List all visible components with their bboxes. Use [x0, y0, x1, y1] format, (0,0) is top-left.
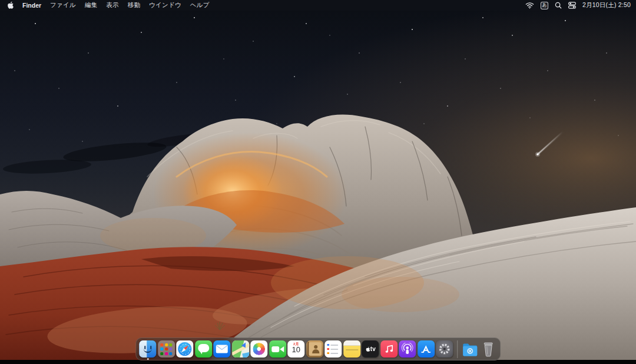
messages-icon — [195, 340, 212, 358]
contacts-icon — [306, 340, 323, 358]
dock-separator — [457, 340, 458, 358]
downloads-folder-icon — [461, 340, 478, 358]
calendar-day-label: 10 — [292, 346, 300, 354]
dock-music[interactable] — [380, 340, 398, 358]
finder-running-indicator — [147, 358, 148, 360]
app-menu-finder[interactable]: Finder — [22, 2, 41, 9]
menu-edit[interactable]: 編集 — [85, 1, 97, 9]
menu-help[interactable]: ヘルプ — [190, 1, 210, 9]
maps-icon — [232, 340, 249, 358]
reminders-icon — [324, 340, 342, 358]
dock-contacts[interactable] — [306, 340, 323, 358]
dock-messages[interactable] — [195, 340, 212, 358]
mail-icon — [213, 340, 230, 358]
dock-photos[interactable] — [250, 340, 267, 358]
dock-maps[interactable] — [232, 340, 249, 358]
wallpaper-image — [0, 0, 636, 360]
launchpad-icon — [158, 340, 175, 358]
dock-podcasts[interactable] — [399, 340, 416, 358]
photos-icon — [250, 340, 267, 358]
dock-tv[interactable]: tv — [362, 340, 379, 358]
system-settings-gear-icon — [436, 340, 453, 358]
dock-facetime[interactable] — [269, 340, 286, 358]
apple-menu-icon[interactable] — [6, 1, 14, 9]
podcasts-icon — [399, 340, 416, 358]
menu-bar: Finder ファイル 編集 表示 移動 ウインドウ ヘルプ あ — [0, 0, 636, 11]
facetime-icon — [269, 340, 286, 358]
app-store-icon — [418, 340, 435, 358]
calendar-icon: 2月 10 — [287, 340, 304, 358]
tv-label: tv — [370, 346, 376, 352]
menu-bar-clock[interactable]: 2月10日(土) 2:50 — [582, 1, 631, 9]
dock-safari[interactable] — [176, 340, 193, 358]
desktop: Finder ファイル 編集 表示 移動 ウインドウ ヘルプ あ — [0, 0, 636, 364]
letterbox-strip — [0, 360, 636, 364]
apple-tv-icon: tv — [362, 340, 379, 358]
menu-go[interactable]: 移動 — [128, 1, 140, 9]
menu-file[interactable]: ファイル — [50, 1, 76, 9]
dock: 2月 10 tv — [135, 337, 501, 360]
dock-trash[interactable] — [480, 340, 497, 358]
finder-icon — [139, 340, 156, 358]
dock-downloads-folder[interactable] — [461, 340, 478, 358]
notes-icon — [343, 340, 360, 358]
dock-reminders[interactable] — [324, 340, 342, 358]
dock-system-settings[interactable] — [436, 340, 453, 358]
safari-icon — [176, 340, 193, 358]
dock-finder[interactable] — [139, 340, 156, 358]
spotlight-search-icon[interactable] — [555, 1, 562, 9]
music-icon — [380, 340, 398, 358]
input-source-icon[interactable]: あ — [541, 2, 548, 9]
menu-view[interactable]: 表示 — [106, 1, 118, 9]
dock-mail[interactable] — [213, 340, 230, 358]
dock-launchpad[interactable] — [158, 340, 175, 358]
dock-notes[interactable] — [343, 340, 360, 358]
wifi-icon[interactable] — [525, 1, 534, 9]
dock-calendar[interactable]: 2月 10 — [287, 340, 304, 358]
trash-icon — [480, 340, 497, 358]
dock-app-store[interactable] — [418, 340, 435, 358]
input-source-label: あ — [542, 3, 546, 8]
menu-window[interactable]: ウインドウ — [149, 1, 181, 9]
control-center-icon[interactable] — [568, 1, 576, 9]
